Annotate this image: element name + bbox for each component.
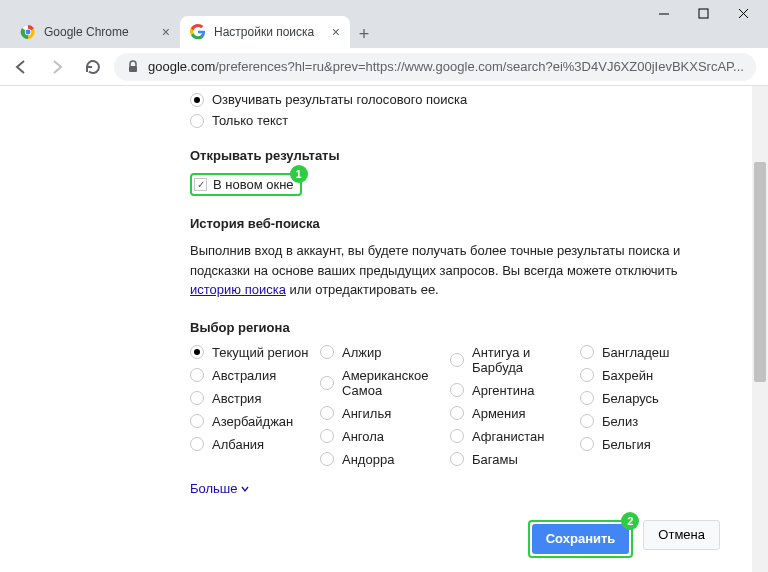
radio-icon (450, 429, 464, 443)
region-option[interactable]: Австралия (190, 368, 320, 383)
history-link[interactable]: историю поиска (190, 282, 286, 297)
page-content: Озвучивать результаты голосового поиска … (0, 86, 745, 572)
scrollbar-thumb[interactable] (754, 162, 766, 382)
browser-chrome: Google Chrome × Настройки поиска × + goo… (0, 0, 768, 86)
radio-icon (190, 93, 204, 107)
radio-label: Албания (212, 437, 264, 452)
address-bar-row: google.com/preferences?hl=ru&prev=https:… (0, 48, 768, 86)
region-option[interactable]: Ангола (320, 429, 450, 444)
radio-icon (450, 452, 464, 466)
checkbox-icon: ✓ (194, 178, 207, 191)
back-icon[interactable] (12, 58, 30, 76)
save-button[interactable]: Сохранить (532, 524, 630, 554)
history-description: Выполнив вход в аккаунт, вы будете получ… (190, 241, 720, 300)
checkbox-new-window[interactable]: ✓ В новом окне 1 (190, 173, 302, 196)
svg-rect-1 (699, 9, 708, 18)
checkbox-label: В новом окне (213, 177, 294, 192)
region-option[interactable]: Беларусь (580, 391, 710, 406)
radio-label: Ангилья (342, 406, 391, 421)
minimize-button[interactable] (658, 8, 670, 20)
google-icon (190, 24, 206, 40)
region-option[interactable]: Багамы (450, 452, 580, 467)
region-option[interactable]: Белиз (580, 414, 710, 429)
radio-label: Австрия (212, 391, 261, 406)
svg-rect-8 (129, 66, 137, 72)
region-grid: Текущий регионАвстралияАвстрияАзербайджа… (190, 345, 745, 475)
radio-icon (320, 406, 334, 420)
radio-icon (190, 437, 204, 451)
forward-icon[interactable] (48, 58, 66, 76)
radio-icon (190, 114, 204, 128)
radio-icon (450, 383, 464, 397)
tab-label: Настройки поиска (214, 25, 314, 39)
radio-label: Армения (472, 406, 526, 421)
region-option[interactable]: Афганистан (450, 429, 580, 444)
radio-label: Только текст (212, 113, 288, 128)
region-option[interactable]: Бельгия (580, 437, 710, 452)
region-option[interactable]: Ангилья (320, 406, 450, 421)
radio-icon (190, 391, 204, 405)
region-option[interactable]: Австрия (190, 391, 320, 406)
region-option[interactable]: Бангладеш (580, 345, 710, 360)
radio-icon (580, 414, 594, 428)
window-controls (658, 8, 750, 20)
radio-label: Бахрейн (602, 368, 653, 383)
annotation-badge-1: 1 (290, 165, 308, 183)
more-regions-link[interactable]: Больше (190, 481, 249, 496)
region-option[interactable]: Армения (450, 406, 580, 421)
radio-icon (580, 437, 594, 451)
tab-chrome[interactable]: Google Chrome × (10, 16, 180, 48)
region-option[interactable]: Андорра (320, 452, 450, 467)
region-option[interactable]: Американское Самоа (320, 368, 450, 398)
radio-icon (580, 345, 594, 359)
new-tab-button[interactable]: + (350, 20, 378, 48)
close-icon[interactable]: × (332, 24, 340, 40)
radio-label: Андорра (342, 452, 394, 467)
radio-label: Австралия (212, 368, 276, 383)
radio-icon (450, 406, 464, 420)
maximize-button[interactable] (698, 8, 710, 20)
radio-label: Багамы (472, 452, 518, 467)
section-open-results-title: Открывать результаты (190, 148, 745, 163)
radio-label: Азербайджан (212, 414, 293, 429)
radio-icon (320, 345, 334, 359)
chrome-icon (20, 24, 36, 40)
radio-icon (320, 429, 334, 443)
region-option[interactable]: Аргентина (450, 383, 580, 398)
address-bar[interactable]: google.com/preferences?hl=ru&prev=https:… (114, 53, 756, 81)
region-option[interactable]: Бахрейн (580, 368, 710, 383)
section-history-title: История веб-поиска (190, 216, 745, 231)
radio-label: Белиз (602, 414, 638, 429)
save-button-highlight: Сохранить 2 (528, 520, 634, 558)
voice-option-text[interactable]: Только текст (190, 113, 745, 128)
close-window-button[interactable] (738, 8, 750, 20)
section-region-title: Выбор региона (190, 320, 745, 335)
region-option[interactable]: Алжир (320, 345, 450, 360)
button-row: Сохранить 2 Отмена (190, 520, 720, 558)
tabs-row: Google Chrome × Настройки поиска × + (0, 10, 768, 48)
radio-icon (580, 368, 594, 382)
cancel-button[interactable]: Отмена (643, 520, 720, 550)
radio-label: Антигуа и Барбуда (472, 345, 580, 375)
region-option[interactable]: Албания (190, 437, 320, 452)
radio-label: Ангола (342, 429, 384, 444)
radio-icon (320, 452, 334, 466)
radio-label: Озвучивать результаты голосового поиска (212, 92, 467, 107)
voice-option-speak[interactable]: Озвучивать результаты голосового поиска (190, 92, 745, 107)
region-option[interactable]: Азербайджан (190, 414, 320, 429)
tab-settings[interactable]: Настройки поиска × (180, 16, 350, 48)
radio-label: Американское Самоа (342, 368, 450, 398)
radio-icon (190, 345, 204, 359)
tab-label: Google Chrome (44, 25, 129, 39)
url-text: google.com/preferences?hl=ru&prev=https:… (148, 59, 744, 74)
radio-label: Беларусь (602, 391, 659, 406)
region-option[interactable]: Антигуа и Барбуда (450, 345, 580, 375)
reload-icon[interactable] (84, 58, 102, 76)
radio-icon (190, 414, 204, 428)
scrollbar-track[interactable] (752, 86, 768, 572)
close-icon[interactable]: × (162, 24, 170, 40)
region-option[interactable]: Текущий регион (190, 345, 320, 360)
radio-icon (450, 353, 464, 367)
radio-label: Бельгия (602, 437, 651, 452)
radio-label: Текущий регион (212, 345, 308, 360)
